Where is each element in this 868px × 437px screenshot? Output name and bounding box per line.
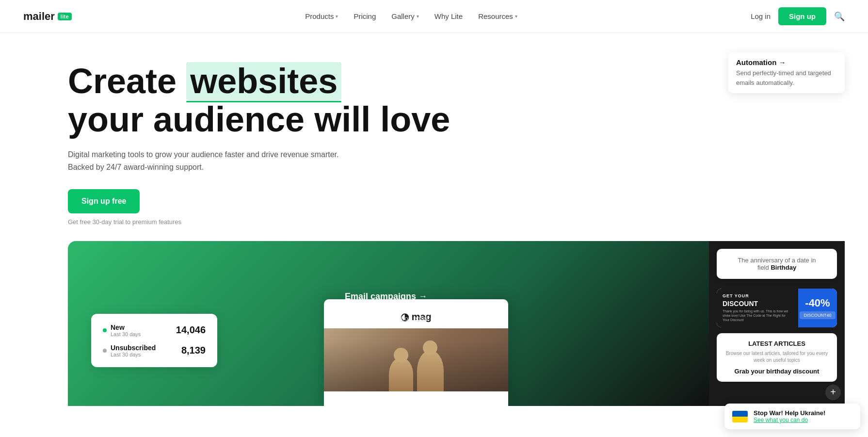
- stats-unsub-period: Last 30 days: [111, 352, 156, 357]
- nav-resources[interactable]: Resources ▾: [478, 12, 517, 20]
- discount-right-panel: -40% DISCOUNT40: [798, 289, 837, 327]
- logo[interactable]: mailer lite: [23, 10, 72, 23]
- stats-unsub-value: 8,139: [181, 345, 206, 356]
- feature-area: New Last 30 days 14,046 Unsubscribed Las…: [68, 241, 845, 406]
- birthday-link[interactable]: Grab your birthday discount: [724, 368, 829, 375]
- email-campaigns-label: Email campaigns → Create engaging, dynam…: [345, 291, 490, 324]
- email-campaigns-desc: Create engaging, dynamic emails in minut…: [345, 305, 490, 324]
- discount-code: DISCOUNT40: [800, 311, 835, 319]
- discount-percent: -40%: [805, 297, 830, 309]
- main-nav: mailer lite Products ▾ Pricing Gallery ▾…: [0, 0, 868, 33]
- stats-unsub-label: Unsubscribed: [111, 344, 156, 352]
- feature-dark-panel: The anniversary of a date in field Birth…: [709, 241, 845, 406]
- feature-green-bg: New Last 30 days 14,046 Unsubscribed Las…: [68, 241, 709, 406]
- stats-new-label: New: [111, 324, 141, 331]
- chevron-down-icon: ▾: [417, 14, 419, 19]
- discount-left-panel: GET YOUR DISCOUNT Thank you for being wi…: [717, 289, 798, 327]
- anniversary-card: The anniversary of a date in field Birth…: [717, 249, 837, 279]
- login-button[interactable]: Log in: [751, 12, 771, 20]
- chevron-down-icon: ▾: [336, 14, 338, 19]
- articles-card: LATEST ARTICLES Browse our latest articl…: [717, 333, 837, 382]
- stats-row-unsub: Unsubscribed Last 30 days 8,139: [103, 344, 206, 357]
- logo-text: mailer: [23, 10, 55, 23]
- trial-text: Get free 30-day trial to premium feature…: [68, 218, 845, 226]
- email-preview-image: [324, 328, 508, 391]
- discount-your-label: DISCOUNT: [723, 300, 792, 308]
- birthday-field-name: Birthday: [771, 264, 796, 271]
- discount-get-label: GET YOUR: [723, 293, 792, 298]
- stats-row-new: New Last 30 days 14,046: [103, 324, 206, 337]
- discount-card: GET YOUR DISCOUNT Thank you for being wi…: [717, 289, 837, 327]
- new-dot-icon: [103, 328, 107, 332]
- stats-new-period: Last 30 days: [111, 331, 141, 337]
- figure-2: [417, 350, 444, 391]
- search-icon[interactable]: 🔍: [834, 11, 845, 22]
- nav-why-lite[interactable]: Why Lite: [434, 12, 463, 20]
- figure-1: [389, 357, 413, 391]
- unsub-dot-icon: [103, 349, 107, 353]
- nav-products[interactable]: Products ▾: [305, 12, 338, 20]
- automation-card: Automation → Send perfectly-timed and ta…: [728, 52, 845, 93]
- articles-title: LATEST ARTICLES: [724, 340, 829, 347]
- chevron-down-icon: ▾: [515, 14, 517, 19]
- nav-gallery[interactable]: Gallery ▾: [391, 12, 419, 20]
- email-campaigns-title[interactable]: Email campaigns →: [345, 291, 427, 302]
- stats-new-value: 14,046: [176, 324, 206, 336]
- nav-links: Products ▾ Pricing Gallery ▾ Why Lite Re…: [305, 12, 517, 20]
- stats-card: New Last 30 days 14,046 Unsubscribed Las…: [91, 314, 217, 367]
- hero-subtitle: Digital marketing tools to grow your aud…: [68, 148, 359, 173]
- logo-badge: lite: [58, 13, 72, 20]
- automation-card-title: Automation →: [736, 58, 837, 66]
- ukraine-banner: Stop War! Help Ukraine! See what you can…: [724, 404, 860, 406]
- plus-button[interactable]: +: [825, 385, 841, 400]
- hero-section: Create websites your audience will love …: [0, 33, 868, 406]
- nav-pricing[interactable]: Pricing: [354, 12, 376, 20]
- signup-free-button[interactable]: Sign up free: [68, 189, 140, 213]
- nav-actions: Log in Sign up 🔍: [751, 7, 845, 25]
- automation-card-desc: Send perfectly-timed and targeted emails…: [736, 68, 837, 87]
- discount-desc: Thank you for being with us. This is how…: [723, 309, 792, 322]
- hero-highlight: websites: [186, 62, 341, 100]
- articles-desc: Browse our latest articles, tailored for…: [724, 350, 829, 364]
- signup-button[interactable]: Sign up: [778, 7, 826, 25]
